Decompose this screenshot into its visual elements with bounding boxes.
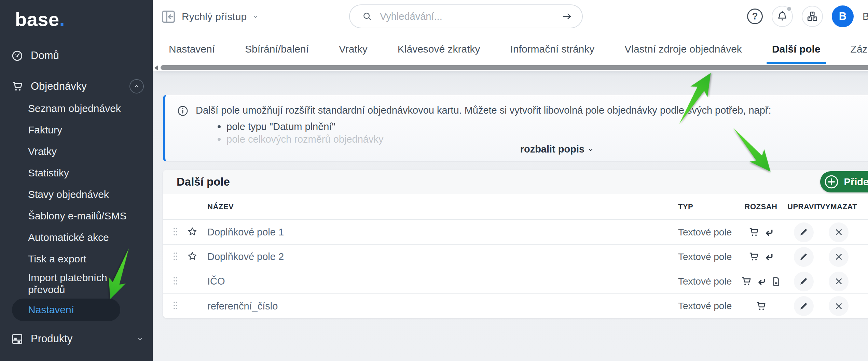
tab-8[interactable]: Záznamy objednávek [851, 33, 868, 65]
sidebar-subitem[interactable]: Stavy objednávek [0, 184, 153, 205]
main-area: Rychlý přístup ? B [153, 0, 868, 361]
scrollbar-thumb[interactable] [161, 65, 868, 70]
sidebar-item-products[interactable]: Produkty [0, 328, 153, 350]
search-submit-icon[interactable] [562, 11, 573, 22]
cart-icon [755, 301, 767, 312]
topbar: Rychlý přístup ? B [153, 0, 868, 33]
avatar[interactable]: B [832, 5, 854, 27]
drag-handle[interactable] [171, 251, 187, 263]
chevron-down-icon[interactable] [252, 13, 259, 20]
row-scope [734, 227, 787, 238]
packages-icon [806, 10, 818, 23]
sidebar-subitem[interactable]: Šablony e-mailů/SMS [0, 205, 153, 227]
edit-button[interactable] [794, 272, 814, 291]
brand-logo[interactable]: base. [0, 0, 153, 30]
notification-dot [786, 6, 792, 12]
column-scope: ROZSAH [734, 202, 787, 211]
tab-bar: NastaveníSbírání/baleníVratkyKlávesové z… [153, 33, 868, 65]
brand-logo-text: base [15, 9, 59, 30]
sidebar-subitem[interactable]: Statistiky [0, 162, 153, 184]
return-icon [764, 252, 774, 262]
cart-icon [748, 227, 759, 238]
search-input[interactable] [380, 11, 562, 22]
collapse-section-button[interactable] [129, 79, 144, 93]
column-name: NÁZEV [207, 202, 678, 211]
drag-handle[interactable] [171, 226, 187, 239]
column-type: TYP [678, 202, 734, 211]
cart-icon [748, 251, 759, 262]
cart-icon [741, 276, 752, 287]
quick-access-label[interactable]: Rychlý přístup [182, 11, 247, 23]
tab-6[interactable]: Vlastní zdroje objednávek [624, 33, 742, 65]
info-bullet: pole typu "Datum plnění" [217, 120, 868, 133]
tab-7[interactable]: Další pole [772, 33, 821, 65]
tab-4[interactable]: Klávesové zkratky [398, 33, 480, 65]
pencil-icon [799, 227, 809, 237]
notifications-button[interactable] [772, 6, 793, 27]
chevron-up-icon [133, 83, 140, 90]
delete-button[interactable] [829, 247, 849, 267]
star-icon[interactable] [187, 251, 198, 262]
drag-dots-icon [171, 226, 179, 237]
row-scope [734, 301, 787, 312]
row-scope [734, 276, 787, 287]
pencil-icon [799, 252, 809, 262]
brand-logo-dot: . [59, 9, 65, 30]
row-type: Textové pole [678, 251, 734, 262]
collapse-sidebar-icon[interactable] [161, 9, 176, 25]
scroll-left-arrow[interactable] [154, 65, 158, 71]
sidebar-subitem[interactable]: Vratky [0, 141, 153, 162]
chevron-down-icon [136, 335, 144, 343]
row-name[interactable]: referenční_číslo [207, 301, 678, 312]
sidebar-subitem[interactable]: Tisk a export [0, 248, 153, 270]
user-name[interactable]: Base Podpora [863, 11, 868, 22]
row-name[interactable]: Doplňkové pole 1 [207, 227, 678, 238]
help-button[interactable]: ? [747, 9, 763, 24]
row-type: Textové pole [678, 276, 734, 287]
table-row: Doplňkové pole 2 Textové pole [163, 245, 868, 269]
return-icon [756, 276, 767, 287]
star-icon[interactable] [187, 226, 198, 237]
tab-3[interactable]: Vratky [339, 33, 368, 65]
row-name[interactable]: IČO [207, 276, 678, 287]
info-icon [177, 105, 189, 117]
drag-handle[interactable] [171, 300, 187, 312]
extra-fields-panel: Další pole Přidejte další pole NÁZEV TYP… [163, 170, 868, 318]
delete-button[interactable] [829, 296, 849, 316]
add-field-label: Přidejte další pole [844, 176, 868, 188]
drag-dots-icon [171, 251, 179, 262]
sidebar-subitem[interactable]: Import platebních převodů [0, 270, 153, 298]
row-name[interactable]: Doplňkové pole 2 [207, 251, 678, 262]
table-row: Doplňkové pole 1 Textové pole [163, 220, 868, 245]
edit-button[interactable] [794, 296, 814, 316]
row-type: Textové pole [678, 301, 734, 312]
edit-button[interactable] [794, 222, 814, 242]
tab-2[interactable]: Sbírání/balení [245, 33, 309, 65]
header-block: Rychlý přístup ? B [153, 0, 868, 71]
tab-5[interactable]: Informační stránky [510, 33, 595, 65]
sidebar-subitem[interactable]: Seznam objednávek [0, 98, 153, 119]
panel-title: Další pole [177, 175, 230, 188]
table-body: Doplňkové pole 1 Textové pole Doplňkové … [163, 220, 868, 318]
expand-description-link[interactable]: rozbalit popis [165, 144, 868, 155]
info-bullets: pole typu "Datum plnění" pole celkových … [217, 120, 868, 146]
sidebar-subitem[interactable]: Faktury [0, 119, 153, 141]
add-field-button[interactable]: Přidejte další pole [820, 171, 868, 192]
drag-handle[interactable] [171, 275, 187, 288]
plus-circle-icon [824, 174, 839, 190]
tab-1[interactable]: Nastavení [169, 33, 215, 65]
sidebar-item-home[interactable]: Domů [0, 45, 153, 67]
table-header: NÁZEV TYP ROZSAH UPRAVIT VYMAZAT [163, 194, 868, 220]
chevron-down-icon [587, 146, 594, 153]
sidebar-item-orders[interactable]: Objednávky [0, 75, 153, 97]
sidebar-subitem[interactable]: Nastavení [12, 299, 120, 321]
sidebar: base. Domů Objednávky Seznam objednávekF… [0, 0, 153, 361]
delete-button[interactable] [829, 222, 849, 242]
column-delete: VYMAZAT [820, 202, 857, 211]
close-icon [834, 276, 844, 286]
edit-button[interactable] [794, 247, 814, 267]
modules-button[interactable] [802, 6, 823, 27]
close-icon [834, 252, 844, 262]
delete-button[interactable] [829, 272, 849, 291]
sidebar-subitem[interactable]: Automatické akce [0, 227, 153, 248]
